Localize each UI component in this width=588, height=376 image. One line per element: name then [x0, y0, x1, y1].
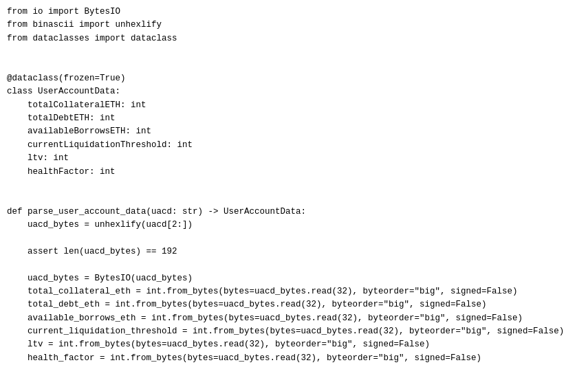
code-editor: from io import BytesIO from binascii imp… — [0, 0, 588, 376]
code-content: from io import BytesIO from binascii imp… — [7, 5, 581, 376]
